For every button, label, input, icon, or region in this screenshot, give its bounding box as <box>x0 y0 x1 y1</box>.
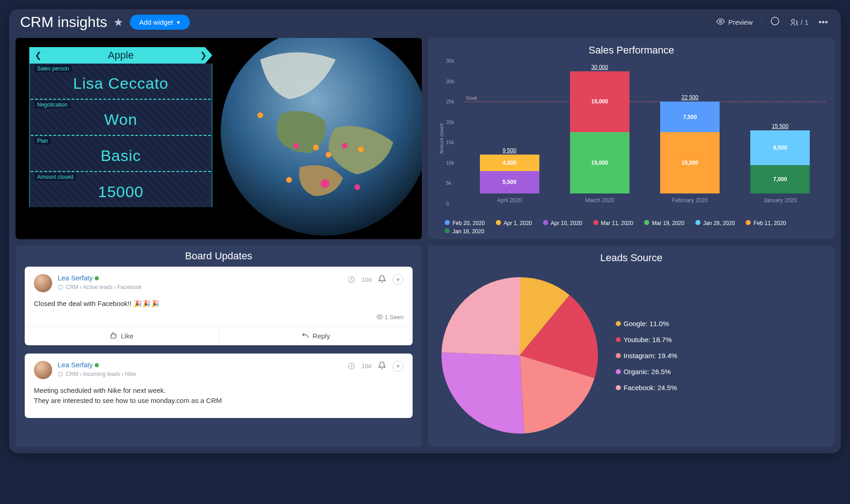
bar-total: 9 500 <box>503 147 516 154</box>
author-link[interactable]: Lea Serfaty <box>58 274 93 282</box>
globe-field-value: 15000 <box>30 180 212 207</box>
post-body: Closed the deal with Facebook!! 🎉🎉🎉 <box>34 299 403 309</box>
svg-point-0 <box>720 21 722 23</box>
leads-title: Leads Source <box>437 252 825 264</box>
y-tick: 25k <box>446 99 454 104</box>
svg-point-5 <box>257 113 263 118</box>
legend-item: Google: 11.0% <box>616 320 678 327</box>
globe-field-value: Lisa Ceccato <box>30 72 212 99</box>
globe-field-label: Sales person <box>30 64 212 72</box>
avatar[interactable] <box>34 361 52 379</box>
bar-total: 15 500 <box>772 123 789 129</box>
svg-rect-14 <box>59 285 62 289</box>
leads-legend: Google: 11.0%Youtube: 18.7%Instagram: 19… <box>616 320 678 391</box>
post-menu-button[interactable]: ▾ <box>393 274 403 285</box>
legend-item: Instagram: 19.4% <box>616 352 678 359</box>
legend-item: Mar 11, 2020 <box>593 220 634 226</box>
add-widget-label: Add widget <box>139 18 173 26</box>
dashboard-header: CRM insights ★ Add widget ▼ Preview / 1 … <box>9 9 841 35</box>
bar-segment: 7,500 <box>660 102 720 132</box>
svg-point-7 <box>286 177 292 183</box>
y-tick: 35k <box>446 58 454 64</box>
post-body: Meeting scheduled with Nike for next wee… <box>34 386 403 406</box>
post-menu-button[interactable]: ▾ <box>393 361 403 372</box>
y-tick: 5k <box>446 180 452 186</box>
leads-source-widget: Leads Source Google: 11.0%Youtube: 18.7%… <box>428 246 834 447</box>
bar-segment: 15,000 <box>570 71 629 133</box>
legend-item: Mar 19, 2020 <box>644 220 684 226</box>
legend-item: Facebook: 24.5% <box>616 384 678 391</box>
breadcrumb[interactable]: CRM › Active leads › Facebook <box>58 284 141 290</box>
preview-button[interactable]: Preview <box>716 17 762 27</box>
next-company-button[interactable]: ❯ <box>200 50 207 60</box>
clock-icon: 🕓 <box>348 276 355 283</box>
y-axis-label: Amount closed <box>437 123 446 154</box>
svg-point-8 <box>313 145 319 150</box>
x-tick: February 2020 <box>672 197 708 204</box>
x-tick: March 2020 <box>585 197 614 204</box>
bar-segment: 15,000 <box>660 132 720 193</box>
pie-slice <box>441 277 520 355</box>
globe-widget: ❮ Apple ❯ Sales personLisa CeccatoNegoti… <box>16 38 422 239</box>
y-tick: 20k <box>446 119 454 125</box>
bell-icon[interactable] <box>378 361 386 371</box>
bar-segment: 8,500 <box>750 130 810 165</box>
author-link[interactable]: Lea Serfaty <box>58 361 93 369</box>
y-tick: 10k <box>446 160 454 166</box>
globe-field-label: Amount closed <box>30 172 212 180</box>
like-button[interactable]: Like <box>25 327 219 345</box>
chat-icon[interactable] <box>769 16 781 28</box>
company-name: Apple <box>108 49 134 61</box>
legend-item: Organic: 26.5% <box>616 368 678 375</box>
svg-rect-16 <box>59 372 62 376</box>
x-tick: April 2020 <box>497 197 522 204</box>
legend-item: Feb 11, 2020 <box>746 220 786 226</box>
svg-point-9 <box>325 152 331 158</box>
add-widget-button[interactable]: Add widget ▼ <box>130 15 190 30</box>
legend-item: Youtube: 18.7% <box>616 336 678 343</box>
bar-total: 22 500 <box>682 94 699 101</box>
bar-column: 15 5007,0008,500January 2020 <box>750 123 810 204</box>
sales-title: Sales Performance <box>437 44 825 56</box>
globe-field-value: Basic <box>30 144 212 171</box>
bar-column: 30 00015,00015,000March 2020 <box>570 64 629 204</box>
sales-legend: Feb 20, 2020Apr 1, 2020Apr 10, 2020Mar 1… <box>437 216 825 235</box>
bell-icon[interactable] <box>378 275 386 284</box>
globe-field-label: Plan <box>30 136 212 144</box>
star-icon[interactable]: ★ <box>113 16 124 29</box>
post-age: 10d <box>361 276 371 283</box>
prev-company-button[interactable]: ❮ <box>35 50 42 60</box>
svg-point-13 <box>354 184 360 190</box>
chevron-down-icon: ▼ <box>176 20 181 25</box>
bar-column: 9 5005,5004,000April 2020 <box>480 147 539 204</box>
people-button[interactable]: / 1 <box>788 18 810 27</box>
online-status-icon <box>95 276 99 280</box>
update-card: Lea SerfatyCRM › Active leads › Facebook… <box>25 267 413 345</box>
globe-field-label: Negotication <box>30 100 212 108</box>
bar-segment: 7,000 <box>750 165 810 193</box>
legend-item: Apr 1, 2020 <box>496 220 532 226</box>
y-tick: 0 <box>446 201 449 206</box>
svg-point-2 <box>791 19 795 22</box>
board-updates-widget: Board Updates Lea SerfatyCRM › Active le… <box>16 246 422 447</box>
x-tick: January 2020 <box>764 197 797 204</box>
legend-item: Jan 18, 2020 <box>445 228 484 235</box>
eye-icon <box>716 17 725 27</box>
svg-point-15 <box>379 316 381 318</box>
svg-point-12 <box>320 179 329 188</box>
svg-point-10 <box>342 143 348 149</box>
more-icon[interactable]: ••• <box>817 17 830 27</box>
pie-slice <box>441 353 524 434</box>
breadcrumb[interactable]: CRM › Incoming leads › Nike <box>58 371 136 377</box>
online-status-icon <box>95 363 99 367</box>
page-title: CRM insights <box>20 14 107 31</box>
leads-pie-chart <box>437 273 602 438</box>
globe-map <box>206 38 422 239</box>
avatar[interactable] <box>34 274 52 292</box>
post-age: 10d <box>361 363 371 370</box>
bar-segment: 4,000 <box>480 155 539 171</box>
clock-icon: 🕓 <box>348 363 355 370</box>
reply-button[interactable]: Reply <box>219 327 413 345</box>
globe-field-value: Won <box>30 108 212 135</box>
globe-info-card: ❮ Apple ❯ Sales personLisa CeccatoNegoti… <box>29 47 212 207</box>
